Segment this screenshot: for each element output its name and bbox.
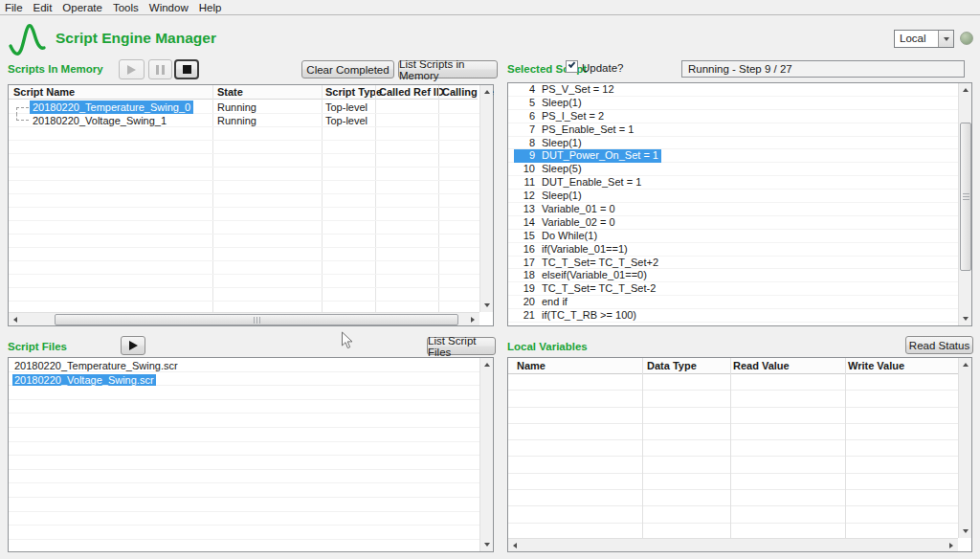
line-number: 20 xyxy=(514,296,535,309)
line-code: Variable_01 = 0 xyxy=(542,203,615,214)
script-line[interactable]: 7PS_Enable_Set = 1 xyxy=(508,123,958,137)
menu-item-window[interactable]: Window xyxy=(149,2,197,13)
line-code: DUT_Enable_Set = 1 xyxy=(542,176,641,188)
script-line[interactable]: 13Variable_01 = 0 xyxy=(508,203,958,216)
scroll-left-button[interactable] xyxy=(9,313,22,326)
line-number: 17 xyxy=(514,257,535,270)
script-name-cell[interactable]: 20180220_Temperature_Swing_0 xyxy=(30,101,193,114)
line-code: TC_T_Set= TC_T_Set-2 xyxy=(542,282,656,294)
script-line[interactable]: 17TC_T_Set= TC_T_Set+2 xyxy=(508,257,958,270)
script-line[interactable]: 16if(Variable_01==1) xyxy=(508,243,958,257)
line-code: Do While(1) xyxy=(542,230,597,241)
scroll-up-button[interactable] xyxy=(480,358,494,371)
line-code: Variable_02 = 0 xyxy=(542,216,615,228)
horizontal-scrollbar[interactable] xyxy=(508,538,958,551)
menu-item-edit[interactable]: Edit xyxy=(33,2,61,13)
horizontal-scrollbar[interactable] xyxy=(9,312,479,325)
local-variables-table: NameData TypeRead ValueWrite Value xyxy=(507,357,972,552)
scroll-up-button[interactable] xyxy=(959,83,972,97)
line-number: 18 xyxy=(514,269,535,282)
vertical-scrollbar[interactable] xyxy=(479,358,493,551)
update-checkbox[interactable] xyxy=(566,60,578,73)
line-number: 21 xyxy=(514,309,535,323)
menu-bar: FileEditOperateToolsWindowHelp xyxy=(0,0,980,15)
line-code: PS_Enable_Set = 1 xyxy=(542,123,634,135)
clear-completed-button[interactable]: Clear Completed xyxy=(301,60,394,78)
list-scripts-in-memory-button[interactable]: List Scripts in Memory xyxy=(398,60,498,78)
script-line[interactable]: 4PS_V_Set = 12 xyxy=(508,83,958,97)
table-row[interactable]: 20180220_Voltage_Swing_1RunningTop-level xyxy=(9,114,479,127)
scroll-up-button[interactable] xyxy=(959,358,972,371)
target-dropdown[interactable]: Local xyxy=(894,30,954,48)
script-line[interactable]: 12Sleep(1) xyxy=(508,190,958,203)
script-line[interactable]: 9DUT_Power_On_Set = 1 xyxy=(508,149,958,163)
line-code: Sleep(5) xyxy=(542,163,582,174)
app-title: Script Engine Manager xyxy=(56,30,216,47)
scroll-left-button[interactable] xyxy=(508,539,522,552)
stop-icon xyxy=(183,65,191,74)
pause-script-button[interactable] xyxy=(148,59,172,79)
column-header: Read Value xyxy=(733,360,790,371)
menu-item-tools[interactable]: Tools xyxy=(113,2,147,13)
table-body[interactable]: 20180220_Temperature_Swing_0RunningTop-l… xyxy=(9,101,479,312)
read-status-button[interactable]: Read Status xyxy=(905,336,973,354)
dropdown-arrow-icon[interactable] xyxy=(938,31,953,47)
script-line[interactable]: 5Sleep(1) xyxy=(508,97,958,110)
script-line[interactable]: 19TC_T_Set= TC_T_Set-2 xyxy=(508,282,958,296)
vertical-scrollbar[interactable] xyxy=(958,83,971,325)
target-dropdown-value: Local xyxy=(895,31,938,47)
script-line[interactable]: 18elseif(Variable_01==0) xyxy=(508,269,958,282)
script-line[interactable]: 11DUT_Enable_Set = 1 xyxy=(508,176,958,190)
scripts-in-memory-label: Scripts In Memory xyxy=(8,63,103,75)
line-number: 5 xyxy=(514,97,535,110)
scroll-down-button[interactable] xyxy=(480,299,494,312)
run-script-file-button[interactable] xyxy=(121,336,145,355)
scroll-right-button[interactable] xyxy=(466,313,479,326)
vertical-scrollbar[interactable] xyxy=(479,85,493,312)
column-header: Data Type xyxy=(647,360,697,371)
script-line[interactable]: 21if(TC_T_RB >= 100) xyxy=(508,309,958,323)
file-list-body[interactable]: 20180220_Temperature_Swing.scr20180220_V… xyxy=(9,358,479,551)
scrollbar-thumb[interactable] xyxy=(960,123,971,271)
table-row[interactable]: 20180220_Temperature_Swing_0RunningTop-l… xyxy=(9,101,479,114)
vertical-scrollbar[interactable] xyxy=(958,358,971,538)
script-line[interactable]: 14Variable_02 = 0 xyxy=(508,216,958,230)
play-icon xyxy=(129,341,138,350)
column-header: Write Value xyxy=(848,360,904,371)
line-code: DUT_Power_On_Set = 1 xyxy=(542,149,658,161)
stop-script-button[interactable] xyxy=(174,59,199,79)
line-number: 11 xyxy=(514,176,535,190)
script-lines[interactable]: 4PS_V_Set = 125Sleep(1)6PS_I_Set = 27PS_… xyxy=(508,83,958,325)
script-line[interactable]: 15Do While(1) xyxy=(508,230,958,243)
line-number: 6 xyxy=(514,110,535,123)
script-line[interactable]: 6PS_I_Set = 2 xyxy=(508,110,958,123)
scroll-down-button[interactable] xyxy=(959,312,972,325)
menu-item-file[interactable]: File xyxy=(5,2,32,13)
script-line[interactable]: 8Sleep(1) xyxy=(508,137,958,150)
scroll-right-button[interactable] xyxy=(945,539,958,552)
scroll-down-button[interactable] xyxy=(959,525,972,538)
column-header: Script Name xyxy=(13,86,75,98)
menu-item-help[interactable]: Help xyxy=(199,2,231,13)
scrollbar-thumb[interactable] xyxy=(55,314,458,325)
script-line[interactable]: 10Sleep(5) xyxy=(508,163,958,176)
column-header: Script Type xyxy=(325,86,382,98)
line-number: 4 xyxy=(514,83,535,97)
table-body[interactable] xyxy=(508,374,958,538)
line-code: Sleep(1) xyxy=(542,97,582,108)
script-line[interactable]: 20end if xyxy=(508,296,958,309)
mouse-cursor xyxy=(341,331,354,350)
menu-item-operate[interactable]: Operate xyxy=(62,2,111,13)
line-number: 14 xyxy=(514,216,535,230)
file-list-item[interactable]: 20180220_Temperature_Swing.scr xyxy=(9,359,479,373)
line-number: 7 xyxy=(514,123,535,137)
play-script-button[interactable] xyxy=(119,59,145,79)
list-script-files-button[interactable]: List Script Files xyxy=(427,337,496,355)
column-header: Called Ref ID xyxy=(379,86,444,98)
file-list-item[interactable]: 20180220_Voltage_Swing.scr xyxy=(9,373,479,388)
script-name-cell[interactable]: 20180220_Voltage_Swing_1 xyxy=(30,114,169,127)
scroll-up-button[interactable] xyxy=(480,85,494,99)
scroll-down-button[interactable] xyxy=(480,538,494,551)
play-icon xyxy=(127,65,136,75)
line-code: PS_V_Set = 12 xyxy=(542,83,614,95)
